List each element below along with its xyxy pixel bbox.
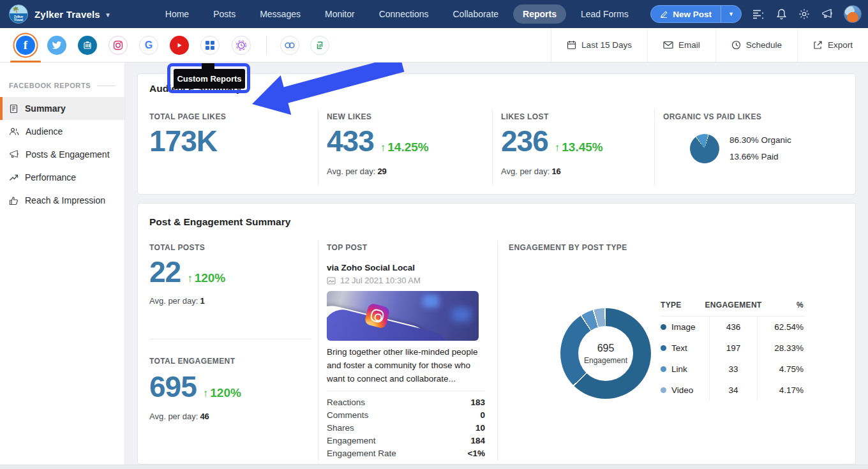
- new-likes-value: 43314.25%: [327, 125, 429, 164]
- linkedin-icon[interactable]: [78, 36, 97, 55]
- youtube-icon[interactable]: [170, 36, 189, 55]
- total-page-likes-label: TOTAL PAGE LIKES: [149, 112, 226, 121]
- stat-row-comments: Comments0: [327, 408, 485, 421]
- custom-reports-tooltip: Custom Reports: [174, 69, 245, 89]
- email-button[interactable]: Email: [647, 28, 715, 62]
- sidebar-item-label: Reach & Impression: [25, 195, 105, 205]
- post-engagement-card: Post & Engagement Summary TOTAL POSTS 22…: [137, 203, 856, 465]
- top-post-stats: Reactions183 Comments0 Shares10 Engageme…: [327, 391, 485, 459]
- total-posts-change: 120%: [187, 271, 225, 285]
- purple-clock-icon[interactable]: [232, 36, 251, 55]
- pencil-icon: [660, 10, 668, 19]
- paid-pct-line: 13.66% Paid: [730, 152, 779, 161]
- image-series-dot: [661, 324, 666, 330]
- zoho-social-reports-screen: 🌴 Zylker Travel Zylker Travels ▼ Home Po…: [0, 0, 868, 469]
- total-page-likes-value: 173K: [149, 125, 217, 157]
- new-post-label: New Post: [673, 10, 712, 19]
- main-nav: Home Posts Messages Monitor Connections …: [156, 4, 638, 24]
- left-col-divider: [149, 339, 311, 339]
- nav-item-lead-forms[interactable]: Lead Forms: [571, 4, 638, 24]
- brand-chevron-down-icon[interactable]: ▼: [105, 11, 111, 19]
- text-series-dot: [661, 345, 666, 351]
- up-arrow-icon: [380, 140, 388, 154]
- activity-list-icon[interactable]: [752, 8, 765, 20]
- new-likes-label: NEW LIKES: [327, 112, 371, 121]
- thumbs-up-icon: [9, 196, 19, 205]
- nav-item-posts[interactable]: Posts: [204, 4, 245, 24]
- zoho-desk-icon[interactable]: d: [310, 36, 329, 55]
- nav-item-collaborate[interactable]: Collaborate: [443, 4, 508, 24]
- top-post-excerpt: Bring together other like-minded people …: [327, 345, 483, 385]
- engagement-row-video: Video 34 4.17%: [661, 380, 805, 401]
- engagement-by-type-label: ENGAGEMENT BY POST TYPE: [509, 243, 627, 252]
- channels-toolbar: f G d Last 15 Days: [0, 28, 868, 63]
- stat-row-engagement-rate: Engagement Rate<1%: [327, 447, 485, 459]
- megaphone-icon: [9, 150, 19, 159]
- palm-tree-icon: 🌴: [12, 6, 19, 13]
- facebook-icon[interactable]: f: [16, 36, 35, 55]
- sidebar-item-label: Summary: [25, 103, 66, 114]
- top-navbar: 🌴 Zylker Travel Zylker Travels ▼ Home Po…: [0, 0, 868, 28]
- tooltip-pointer-nub: [202, 63, 214, 70]
- twitter-icon[interactable]: [47, 36, 66, 55]
- brand-name[interactable]: Zylker Travels: [34, 9, 100, 20]
- document-icon: [9, 104, 19, 114]
- brand-logo[interactable]: 🌴 Zylker Travel: [9, 4, 28, 24]
- likes-lost-value: 23613.45%: [501, 125, 603, 164]
- new-post-button[interactable]: New Post ▼: [650, 5, 742, 23]
- logo-text: Zylker Travel: [10, 15, 27, 22]
- total-posts-value: 22120%: [149, 256, 225, 295]
- video-series-dot: [661, 387, 666, 393]
- stat-row-shares: Shares10: [327, 421, 485, 434]
- sidebar-item-reach-impression[interactable]: Reach & Impression: [0, 189, 124, 212]
- zoho-crm-icon[interactable]: [280, 36, 299, 55]
- nav-item-home[interactable]: Home: [156, 4, 198, 24]
- google-my-business-icon[interactable]: G: [139, 36, 158, 55]
- total-engagement-avg: Avg. per day:46: [149, 412, 209, 421]
- instagram-icon[interactable]: [108, 36, 128, 55]
- nav-item-reports[interactable]: Reports: [513, 4, 566, 24]
- app-grid-icon[interactable]: [200, 36, 220, 55]
- schedule-button[interactable]: Schedule: [715, 28, 797, 62]
- new-post-chevron-icon[interactable]: ▼: [721, 11, 741, 17]
- notifications-bell-icon[interactable]: [775, 8, 788, 20]
- nav-item-messages[interactable]: Messages: [250, 4, 310, 24]
- up-arrow-icon: [555, 140, 562, 154]
- export-icon: [813, 40, 823, 50]
- toolbar-divider: [266, 36, 267, 55]
- engagement-donut-chart: 695 Engagement: [560, 308, 651, 399]
- calendar-icon: [567, 40, 576, 50]
- report-actions: Last 15 Days Email Schedule Export: [551, 28, 868, 62]
- sidebar-item-posts-engagement[interactable]: Posts & Engagement: [0, 143, 124, 166]
- photo-icon: [327, 277, 336, 285]
- user-avatar[interactable]: [844, 5, 862, 23]
- nav-item-connections[interactable]: Connections: [370, 4, 438, 24]
- total-engagement-label: TOTAL ENGAGEMENT: [149, 357, 235, 366]
- top-post-timestamp: 12 Jul 2021 10:30 AM: [327, 276, 421, 285]
- sidebar-item-label: Posts & Engagement: [26, 149, 110, 160]
- total-engagement-change: 120%: [203, 386, 241, 399]
- export-label: Export: [828, 40, 853, 50]
- envelope-icon: [663, 41, 673, 49]
- sidebar-item-summary[interactable]: Summary: [0, 97, 124, 120]
- top-post-image[interactable]: [327, 291, 479, 341]
- stat-row-engagement: Engagement184: [327, 434, 485, 447]
- total-engagement-value: 695120%: [149, 371, 241, 410]
- sidebar-item-performance[interactable]: Performance: [0, 166, 124, 189]
- engagement-row-text: Text 197 28.33%: [661, 338, 805, 359]
- nav-item-monitor[interactable]: Monitor: [315, 4, 364, 24]
- bottom-scroll-strip[interactable]: [0, 465, 868, 469]
- post-engagement-title: Post & Engagement Summary: [149, 216, 290, 228]
- announcements-megaphone-icon[interactable]: [821, 8, 834, 20]
- engagement-type-table: TYPE ENGAGEMENT % Image 436 62.54% Text …: [661, 301, 805, 401]
- settings-gear-icon[interactable]: [798, 8, 811, 20]
- date-range-button[interactable]: Last 15 Days: [551, 28, 647, 62]
- new-likes-avg: Avg. per day:29: [327, 167, 387, 176]
- engagement-row-image: Image 436 62.54%: [661, 316, 805, 338]
- donut-center-value: 695: [597, 343, 615, 354]
- sidebar-item-audience[interactable]: Audience: [0, 120, 124, 143]
- export-button[interactable]: Export: [797, 28, 868, 62]
- up-arrow-icon: [203, 386, 211, 399]
- trend-up-icon: [9, 174, 19, 181]
- sidebar-section-title: FACEBOOK REPORTS: [9, 82, 91, 89]
